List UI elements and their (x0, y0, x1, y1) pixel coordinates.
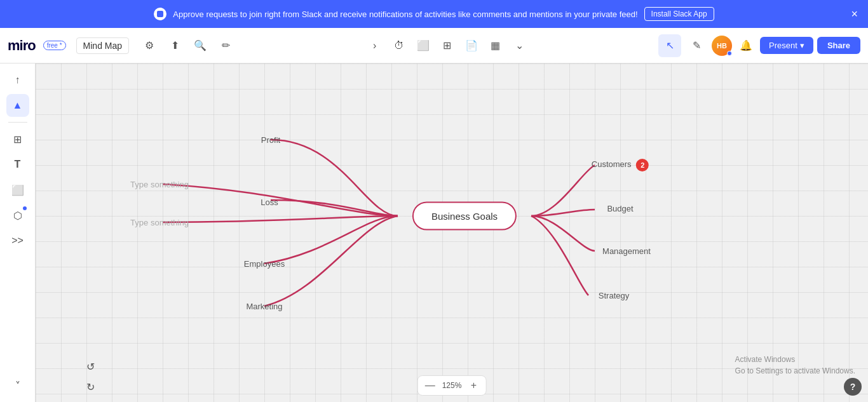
strategy-node[interactable]: Strategy (599, 291, 629, 300)
zoom-out-button[interactable]: — (423, 379, 437, 392)
layout-icon[interactable]: ▦ (484, 34, 507, 57)
profit-node[interactable]: Profit (261, 135, 280, 145)
customers-node[interactable]: Customers 2 (592, 159, 649, 171)
banner-close-button[interactable]: × (851, 8, 858, 20)
zoom-level: 125% (442, 381, 462, 390)
install-slack-button[interactable]: Install Slack App (644, 7, 714, 21)
search-icon[interactable]: 🔍 (190, 36, 210, 56)
center-node[interactable]: Business Goals (412, 202, 517, 231)
budget-node[interactable]: Budget (607, 204, 633, 213)
miro-logo: miro (8, 37, 36, 54)
shapes-dot (23, 206, 27, 210)
employees-node[interactable]: Employees (244, 259, 285, 269)
collapse-more-icon[interactable]: ˅ (6, 374, 29, 397)
export-icon[interactable]: ⬆ (165, 36, 185, 56)
share-button[interactable]: Share (817, 37, 860, 54)
avatar[interactable]: HB (712, 36, 732, 56)
type-something-1-node[interactable]: Type something (130, 180, 189, 189)
sidebar-separator (8, 122, 27, 123)
activate-windows-watermark: Activate Windows Go to Settings to activ… (735, 354, 855, 377)
type-something-2-node[interactable]: Type something (130, 218, 189, 227)
timer-icon[interactable]: ⏱ (388, 34, 410, 57)
undo-redo-area: ↺ ↻ (80, 358, 100, 396)
settings-icon[interactable]: ⚙ (139, 36, 159, 56)
left-sidebar: ↑ ▲ ⊞ T ⬜ ⬡ >> ˅ (0, 64, 36, 402)
frames-tool-icon[interactable]: ⊞ (6, 128, 29, 151)
main-area: ↑ ▲ ⊞ T ⬜ ⬡ >> ˅ (0, 64, 868, 402)
notifications-icon[interactable]: 🔔 (736, 36, 756, 56)
more-tools-icon[interactable]: >> (6, 229, 29, 252)
notes-tool-icon[interactable]: ⬜ (6, 178, 29, 201)
text-tool-icon[interactable]: T (6, 153, 29, 176)
free-badge: free * (43, 41, 66, 50)
help-button[interactable]: ? (844, 378, 862, 396)
frames-icon[interactable]: ⬜ (412, 34, 435, 57)
redo-button[interactable]: ↻ (80, 378, 100, 396)
pointer-mode-icon[interactable]: ↖ (658, 34, 681, 57)
mindmap-svg (36, 64, 868, 402)
right-tools: ↖ ✎ HB 🔔 Present ▾ Share (658, 34, 860, 57)
avatar-online-dot (727, 51, 732, 56)
more-tools-icon[interactable]: ⌄ (508, 34, 531, 57)
slack-banner: Approve requests to join right from Slac… (0, 0, 868, 28)
arrow-tool-icon[interactable]: › (363, 34, 386, 57)
canvas[interactable]: Business Goals Profit Type something Typ… (36, 64, 868, 402)
present-button[interactable]: Present ▾ (760, 37, 813, 54)
main-toolbar: miro free * Mind Map ⚙ ⬆ 🔍 ✏ › ⏱ ⬜ ⊞ 📄 ▦… (0, 28, 868, 64)
comment-mode-icon[interactable]: ✎ (685, 34, 708, 57)
slack-icon (154, 8, 166, 20)
zoom-in-button[interactable]: + (466, 379, 480, 392)
customers-badge: 2 (636, 159, 649, 171)
management-node[interactable]: Management (602, 246, 651, 256)
marketing-node[interactable]: Marketing (246, 302, 282, 311)
zoom-bar: — 125% + (417, 375, 487, 396)
banner-message: Approve requests to join right from Slac… (173, 10, 637, 19)
shapes-tool-icon[interactable]: ⬡ (6, 204, 29, 227)
board-name[interactable]: Mind Map (76, 37, 129, 54)
collapse-sidebar-icon[interactable]: ↑ (6, 69, 29, 91)
undo-button[interactable]: ↺ (80, 358, 100, 375)
cursor-tool-icon[interactable]: ▲ (6, 94, 29, 117)
fit-icon[interactable]: ⊞ (436, 34, 459, 57)
draw-icon[interactable]: ✏ (215, 36, 236, 56)
notes-icon[interactable]: 📄 (460, 34, 483, 57)
loss-node[interactable]: Loss (261, 198, 278, 207)
